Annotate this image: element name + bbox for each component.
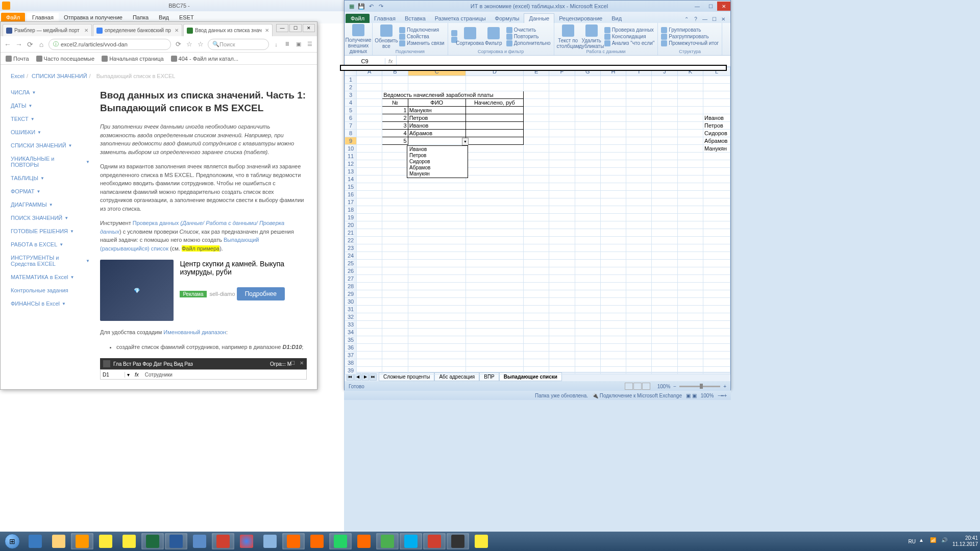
taskbar-app-generic[interactable] <box>188 533 211 549</box>
view-layout-icon[interactable] <box>633 383 642 390</box>
home-button[interactable]: ⌂ <box>37 40 45 48</box>
side-item[interactable]: ФИНАНСЫ в Excel▼ <box>11 300 90 307</box>
taskbar-app-pdf[interactable] <box>423 533 446 549</box>
url-input[interactable]: ⓘexcel2.ru/articles/vvod-dan <box>48 39 171 50</box>
edit-links-button[interactable]: Изменить связи <box>399 40 445 46</box>
wb-max-icon[interactable]: ☐ <box>710 15 718 23</box>
view-break-icon[interactable] <box>642 383 650 390</box>
filter-button[interactable]: Фильтр <box>483 27 504 46</box>
formula-input[interactable] <box>396 56 730 66</box>
side-item[interactable]: УНИКАЛЬНЫЕ и ПОВТОРЫ▼ <box>11 156 90 168</box>
side-item[interactable]: ДАТЫ▼ <box>11 103 90 109</box>
dropdown-item[interactable]: Абрамов <box>408 165 467 171</box>
side-item[interactable]: ТАБЛИЦЫ▼ <box>11 175 90 181</box>
side-item[interactable]: ИНСТРУМЕНТЫ и Средства EXCEL▼ <box>11 255 90 267</box>
side-item[interactable]: ДИАГРАММЫ▼ <box>11 202 90 208</box>
clock[interactable]: 20:41 11.12.2017 <box>952 535 978 547</box>
sidebar-icon[interactable]: ▣ <box>295 40 303 48</box>
taskbar-app-outlook[interactable] <box>71 533 93 549</box>
dropdown-item[interactable]: Иванов <box>408 146 467 153</box>
zoom-in-button[interactable]: + <box>723 384 726 389</box>
outlook-tab-folder[interactable]: Папка <box>128 13 154 22</box>
tab-formulas[interactable]: Формулы <box>491 14 524 23</box>
bc-lists[interactable]: СПИСКИ ЗНАЧЕНИЙ <box>32 73 87 79</box>
dropdown-item[interactable]: Манукян <box>408 171 467 177</box>
bc-excel[interactable]: Excel <box>11 73 24 79</box>
taskbar-app-ff[interactable] <box>282 533 305 549</box>
name-box[interactable]: C9 <box>345 58 385 64</box>
tab-view[interactable]: Вид <box>607 14 626 23</box>
help-icon[interactable]: ? <box>692 15 700 23</box>
connections-button[interactable]: Подключения <box>399 27 445 33</box>
taskbar-app-sk[interactable] <box>353 533 375 549</box>
tray-flag-icon[interactable]: ▲ <box>919 537 927 545</box>
browser-tab-0[interactable]: Рамблер — медийный порт✕ <box>3 24 92 36</box>
sort-az-button[interactable] <box>451 30 457 36</box>
get-external-data-button[interactable]: Получение внешних данных <box>348 24 369 54</box>
reapply-button[interactable]: Повторить <box>506 34 551 40</box>
close-button[interactable]: ✕ <box>303 24 315 32</box>
zoom-slider[interactable] <box>679 386 720 387</box>
taskbar-app-pp[interactable] <box>212 533 234 549</box>
taskbar-app-cmd[interactable] <box>447 533 469 549</box>
taskbar-app-ff2[interactable] <box>306 533 328 549</box>
data-validation-button[interactable]: Проверка данных <box>604 27 655 33</box>
outlook-tab-eset[interactable]: ESET <box>174 13 199 22</box>
properties-button[interactable]: Свойства <box>399 34 445 40</box>
bookmark-icon[interactable]: ☆ <box>197 40 205 48</box>
taskbar-app-skype[interactable] <box>400 533 422 549</box>
taskbar-app-chrome[interactable] <box>235 533 258 549</box>
ungroup-button[interactable]: Разгруппировать <box>661 34 719 40</box>
zoom-out-button[interactable]: − <box>673 384 676 389</box>
reload-button[interactable]: ⟳ <box>26 40 34 48</box>
bookmark-frequent[interactable]: Часто посещаемые <box>36 56 95 62</box>
tab-insert[interactable]: Вставка <box>400 14 430 23</box>
tab-review[interactable]: Рецензирование <box>554 14 607 23</box>
maximize-button[interactable]: ☐ <box>289 24 302 32</box>
taskbar-app-excel[interactable] <box>141 533 164 549</box>
advanced-button[interactable]: Дополнительно <box>506 40 551 46</box>
bookmark-mail[interactable]: Почта <box>6 56 29 62</box>
nested-titlebar[interactable]: Гла Вст Раз Фор Дат Рец Вид Раз Огра... … <box>100 358 307 369</box>
side-item[interactable]: ЧИСЛА▼ <box>11 89 90 95</box>
forward-button[interactable]: → <box>15 40 23 48</box>
taskbar-app-paint[interactable] <box>259 533 281 549</box>
maximize-button[interactable]: ☐ <box>704 2 717 11</box>
refresh-icon[interactable]: ⟳ <box>174 40 182 48</box>
side-item[interactable]: Контрольные задания <box>11 287 90 293</box>
clear-button[interactable]: Очистить <box>506 27 551 33</box>
taskbar-app-word[interactable] <box>165 533 187 549</box>
side-item[interactable]: ОШИБКИ▼ <box>11 129 90 135</box>
side-item[interactable]: ПОИСК ЗНАЧЕНИЙ▼ <box>11 215 90 221</box>
nested-namebox[interactable]: D1 <box>101 372 125 378</box>
tray-network-icon[interactable]: 📶 <box>930 537 938 545</box>
side-item[interactable]: РАБОТА в EXCEL▼ <box>11 241 90 247</box>
close-tab-icon[interactable]: ✕ <box>263 28 269 33</box>
taskbar-app-1c3[interactable] <box>470 533 493 549</box>
text-to-columns-button[interactable]: Текст по столбцам <box>557 24 579 49</box>
save-icon[interactable]: 💾 <box>357 2 365 10</box>
close-button[interactable]: ✕ <box>717 2 730 11</box>
lang-indicator[interactable]: RU <box>908 539 915 544</box>
ad-button[interactable]: Подробнее <box>237 287 285 300</box>
browser-tab-1[interactable]: определение банковский пр✕ <box>93 24 182 36</box>
refresh-all-button[interactable]: Обновить все <box>376 24 397 49</box>
tab-data[interactable]: Данные <box>524 13 554 23</box>
side-item[interactable]: ГОТОВЫЕ РЕШЕНИЯ▼ <box>11 228 90 234</box>
view-normal-icon[interactable] <box>625 383 633 390</box>
browser-tab-2[interactable]: Ввод данных из списка знач✕ <box>183 24 273 36</box>
side-item[interactable]: ФОРМАТ▼ <box>11 188 90 194</box>
file-tab[interactable]: Файл <box>346 14 370 23</box>
bookmark-404[interactable]: 404 - Файл или катал... <box>171 56 239 62</box>
start-button[interactable]: ⊞ <box>1 533 23 549</box>
zoom-thumb[interactable] <box>700 384 703 389</box>
taskbar-app-ut[interactable] <box>376 533 399 549</box>
side-item[interactable]: ТЕКСТ▼ <box>11 116 90 122</box>
menu-icon[interactable]: ☰ <box>306 40 314 48</box>
outlook-file-tab[interactable]: Файл <box>1 13 25 22</box>
minimize-ribbon-icon[interactable]: ⌃ <box>682 15 691 23</box>
subtotal-button[interactable]: Промежуточный итог <box>661 40 719 46</box>
sort-button[interactable]: Сортировка <box>459 27 481 46</box>
group-button[interactable]: Группировать <box>661 27 719 33</box>
side-item[interactable]: МАТЕМАТИКА в Excel▼ <box>11 274 90 280</box>
